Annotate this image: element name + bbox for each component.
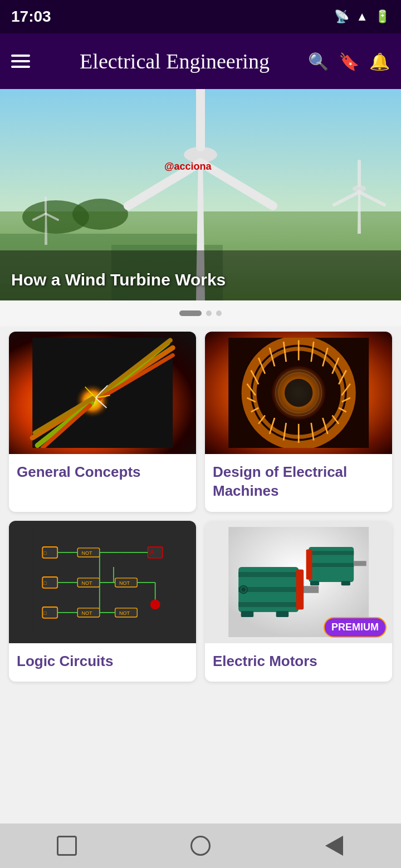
svg-text:NOT: NOT [119,610,130,615]
nav-bar [0,823,401,868]
card-title-design-machines: Design of Electrical Machines [205,454,392,512]
status-bar: 17:03 📡 ▲ 🔋 [0,0,401,33]
svg-rect-104 [241,611,253,617]
nav-circle-icon [190,836,211,856]
svg-rect-99 [238,572,299,577]
card-title-logic: Logic Circuits [9,643,196,682]
svg-text:NOT: NOT [81,610,92,615]
card-logic-circuits[interactable]: □ □ □ NOT NOT NOT NOT NOT [9,521,196,682]
svg-marker-11 [358,189,361,234]
premium-badge: PREMIUM [324,617,387,638]
nav-back-button[interactable] [320,832,348,860]
svg-text:NOT: NOT [81,550,92,555]
nav-back-icon [325,836,343,856]
svg-rect-109 [309,551,354,555]
nav-circle-button[interactable] [187,832,214,860]
dot-3[interactable] [216,310,222,316]
cards-grid: General Concepts [0,326,401,691]
card-image-design-machines [205,332,392,454]
nav-square-icon [57,836,77,856]
hero-slide: @acciona How a Wind Turbine Works [0,89,401,300]
svg-text:A: A [150,549,155,556]
logic-diagram-image: □ □ □ NOT NOT NOT NOT NOT [18,527,187,637]
status-time: 17:03 [11,8,51,26]
card-image-electric-motors: PREMIUM [205,521,392,643]
app-title: Electrical Engineering [41,49,308,73]
battery-icon: 🔋 [375,9,390,24]
svg-text:NOT: NOT [81,580,92,585]
status-icons: 📡 ▲ 🔋 [334,9,390,24]
card-title-general-concepts: General Concepts [9,454,196,493]
card-general-concepts[interactable]: General Concepts [9,332,196,512]
toolbar: Electrical Engineering 🔍 🔖 🔔 [0,33,401,89]
hero-carousel[interactable]: @acciona How a Wind Turbine Works [0,89,401,300]
svg-text:NOT: NOT [119,580,130,585]
hero-image: @acciona [0,89,401,300]
svg-point-62 [285,379,312,407]
svg-text:□: □ [43,610,47,616]
svg-rect-110 [309,563,354,566]
bookmark-icon[interactable]: 🔖 [339,52,359,71]
motor-coil-image [214,338,383,448]
svg-rect-111 [306,549,312,579]
nav-square-button[interactable] [53,832,81,860]
svg-point-107 [241,587,245,591]
card-title-electric-motors: Electric Motors [205,643,392,682]
svg-rect-101 [238,602,299,607]
toolbar-actions: 🔍 🔖 🔔 [308,52,390,71]
svg-rect-103 [296,569,304,609]
svg-rect-113 [310,581,319,585]
wires-sparks-image [18,338,187,448]
svg-rect-114 [341,581,350,585]
card-image-logic: □ □ □ NOT NOT NOT NOT NOT [9,521,196,643]
dot-1[interactable] [179,310,202,316]
dot-2[interactable] [206,310,212,316]
notification-icon[interactable]: 🔔 [369,52,390,71]
svg-rect-105 [276,611,288,617]
card-electric-motors[interactable]: PREMIUM Electric Motors [205,521,392,682]
svg-rect-112 [354,561,366,566]
card-image-general-concepts [9,332,196,454]
hero-caption: How a Wind Turbine Works [11,270,226,289]
svg-text:@acciona: @acciona [164,161,212,172]
signal-icon: 📡 [334,9,349,24]
menu-button[interactable] [11,55,30,68]
card-design-electrical-machines[interactable]: Design of Electrical Machines [205,332,392,512]
svg-point-5 [72,199,128,230]
svg-text:□: □ [43,580,47,586]
svg-point-87 [150,599,160,609]
svg-text:□: □ [43,550,47,556]
carousel-indicator [0,300,401,326]
wifi-icon: ▲ [356,9,368,24]
search-icon[interactable]: 🔍 [308,52,329,71]
